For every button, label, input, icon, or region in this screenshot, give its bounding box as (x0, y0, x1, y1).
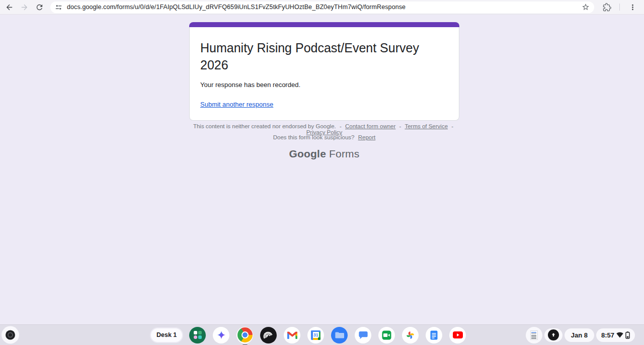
report-link[interactable]: Report (358, 134, 376, 140)
extensions-button[interactable] (599, 1, 614, 14)
address-bar[interactable]: docs.google.com/forms/u/0/d/e/1FAIpQLSdL… (50, 2, 594, 13)
date-text: Jan 8 (571, 331, 588, 339)
shelf-app-photos[interactable] (402, 327, 419, 343)
apps-grid-icon (194, 331, 202, 339)
form-title: Humanity Rising Podcast/Event Survey 202… (200, 39, 442, 73)
date-button[interactable]: Jan 8 (565, 328, 594, 342)
battery-icon (625, 331, 630, 339)
launcher-icon (6, 330, 15, 340)
shelf-app-calendar[interactable]: 31 (307, 327, 324, 343)
time-text: 8:57 (601, 331, 614, 339)
url-text[interactable]: docs.google.com/forms/u/0/d/e/1FAIpQLSdL… (67, 4, 406, 11)
contact-form-owner-link[interactable]: Contact form owner (345, 123, 395, 129)
launcher-button[interactable] (2, 326, 19, 344)
shelf-app-apps-grid[interactable] (189, 327, 206, 343)
footer-suspicious: Does this form look suspicious? Report (189, 134, 459, 140)
youtube-icon (453, 331, 463, 338)
gemini-star-icon (216, 330, 226, 340)
shelf-app-podcast[interactable] (260, 327, 277, 343)
desk-label: Desk 1 (156, 331, 177, 338)
chat-bubble-icon (359, 331, 368, 339)
browser-toolbar: docs.google.com/forms/u/0/d/e/1FAIpQLSdL… (0, 0, 644, 15)
shelf-app-files[interactable] (331, 327, 348, 343)
terms-of-service-link[interactable]: Terms of Service (405, 123, 448, 129)
wifi-icon (616, 331, 623, 338)
shelf-app-gmail[interactable] (284, 327, 300, 343)
reload-icon (35, 3, 44, 12)
files-folder-icon (335, 331, 344, 339)
update-indicator-button[interactable] (544, 328, 562, 342)
calendar-icon: 31 (311, 330, 320, 340)
forward-arrow-icon (20, 3, 29, 12)
gmail-icon (287, 331, 297, 339)
shelf-app-gemini[interactable] (213, 327, 229, 343)
google-forms-logo: GoogleForms (189, 148, 459, 160)
recent-file-thumbnail (530, 330, 538, 340)
tote-holding-space[interactable] (526, 327, 542, 343)
browser-menu-button[interactable] (625, 1, 640, 14)
status-tray[interactable]: 8:57 (596, 328, 635, 342)
shelf-app-youtube[interactable] (449, 327, 466, 343)
shelf-app-meet[interactable] (378, 327, 395, 343)
back-button[interactable] (2, 1, 17, 14)
confirmation-text: Your response has been recorded. (200, 81, 447, 89)
three-dot-menu-icon (628, 3, 637, 12)
logo-forms-text: Forms (329, 148, 360, 159)
podcast-app-icon (263, 330, 274, 340)
disclaimer-text: This content is neither created nor endo… (193, 123, 336, 129)
bookmark-star-icon[interactable] (582, 3, 590, 11)
chrome-icon (237, 327, 253, 342)
shelf-app-chrome[interactable] (236, 327, 253, 343)
form-theme-bar (189, 22, 459, 27)
arrow-up-icon (548, 329, 559, 340)
site-controls-icon[interactable] (55, 4, 62, 11)
extensions-puzzle-icon (603, 3, 611, 12)
meet-camera-icon (382, 330, 391, 340)
logo-google-text: Google (289, 148, 326, 159)
docs-document-icon (430, 330, 438, 340)
toolbar-divider (619, 4, 620, 11)
shelf-app-docs[interactable] (426, 327, 442, 343)
back-arrow-icon (5, 3, 14, 12)
reload-button[interactable] (32, 1, 47, 14)
suspicious-text: Does this form look suspicious? (273, 134, 355, 140)
desk-switcher-button[interactable]: Desk 1 (151, 328, 182, 342)
submit-another-response-link[interactable]: Submit another response (200, 101, 273, 108)
photos-pinwheel-icon (406, 330, 415, 340)
shelf-app-chat[interactable] (355, 327, 371, 343)
footer-disclaimer: This content is neither created nor endo… (189, 123, 459, 135)
chromeos-shelf: Desk 1 (0, 324, 644, 345)
form-response-page: Humanity Rising Podcast/Event Survey 202… (0, 15, 644, 324)
form-card: Humanity Rising Podcast/Event Survey 202… (189, 22, 459, 121)
forward-button[interactable] (17, 1, 32, 14)
